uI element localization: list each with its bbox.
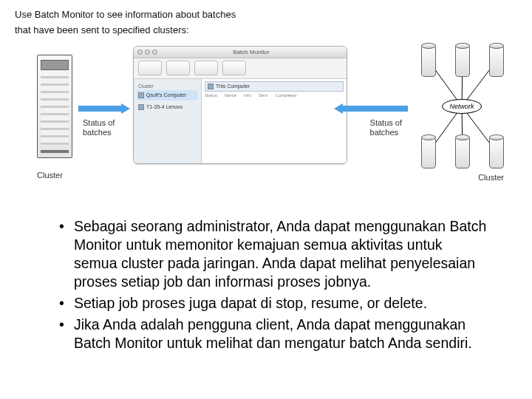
content-header: This Computer	[205, 81, 344, 92]
caption-line1: Use Batch Monitor to see information abo…	[15, 9, 517, 21]
toolbar-button[interactable]	[222, 61, 246, 75]
col-header: Name	[225, 93, 236, 98]
computer-icon	[138, 92, 144, 98]
svg-marker-1	[334, 103, 408, 114]
network-cluster: Network	[414, 43, 510, 172]
window-sidebar: Cluster Qsoft's Computer T1-35-4 Lenovo	[134, 79, 202, 163]
server-rack-icon	[37, 55, 72, 158]
node-icon	[489, 136, 504, 168]
node-icon	[455, 44, 470, 77]
batch-monitor-window: Batch Monitor Cluster Qsoft's Computer	[133, 46, 347, 164]
minimize-icon[interactable]	[145, 50, 150, 55]
svg-marker-0	[78, 103, 130, 114]
window-toolbar	[134, 58, 347, 79]
left-cluster-label: Cluster	[37, 171, 63, 180]
window-content: This Computer Status Name Info Sent Comp…	[202, 79, 347, 163]
arrow-right-icon	[334, 103, 408, 114]
toolbar-button[interactable]	[166, 61, 190, 75]
slide: Use Batch Monitor to see information abo…	[0, 0, 532, 364]
bullet-item: Sebagai seorang administrator, Anda dapa…	[59, 217, 488, 291]
node-icon	[421, 136, 436, 168]
bullet-item: Jika Anda adalah pengguna client, Anda d…	[59, 316, 488, 352]
col-header: Info	[244, 93, 251, 98]
status-label-left: Status of batches	[83, 118, 115, 137]
caption-line2: that have been sent to specified cluster…	[15, 24, 517, 37]
col-header: Status	[205, 93, 217, 98]
computer-icon	[138, 104, 144, 110]
arrow-left-icon	[78, 103, 130, 114]
sidebar-item-label: T1-35-4 Lenovo	[146, 104, 183, 109]
rack-slots	[41, 76, 69, 146]
window-titlebar: Batch Monitor	[134, 47, 347, 58]
node-icon	[421, 44, 436, 77]
right-cluster-label: Cluster	[478, 173, 504, 182]
sidebar-item-label: Qsoft's Computer	[146, 92, 186, 98]
bullet-item: Setiap job proses juga dapat di stop, re…	[59, 294, 488, 313]
window-title: Batch Monitor	[160, 49, 343, 55]
node-icon	[489, 44, 504, 77]
close-icon[interactable]	[137, 50, 143, 55]
col-header: Sent	[259, 93, 267, 98]
bullet-list: Sebagai seorang administrator, Anda dapa…	[59, 217, 488, 352]
status-label-right: Status of batches	[370, 118, 402, 137]
sidebar-item[interactable]: Qsoft's Computer	[137, 90, 198, 100]
content-columns: Status Name Info Sent Completed	[205, 93, 344, 98]
node-icon	[455, 136, 470, 168]
toolbar-button[interactable]	[194, 61, 218, 75]
diagram: Cluster Status of batches Batch Monitor …	[15, 41, 517, 197]
sidebar-item[interactable]: T1-35-4 Lenovo	[137, 102, 198, 112]
sidebar-section-label: Cluster	[138, 83, 198, 89]
toolbar-button[interactable]	[138, 61, 162, 75]
content-header-label: This Computer	[216, 83, 250, 89]
zoom-icon[interactable]	[152, 50, 157, 55]
computer-icon	[208, 83, 214, 89]
window-body: Cluster Qsoft's Computer T1-35-4 Lenovo …	[134, 79, 347, 163]
col-header: Completed	[275, 93, 296, 98]
network-label: Network	[442, 99, 482, 114]
